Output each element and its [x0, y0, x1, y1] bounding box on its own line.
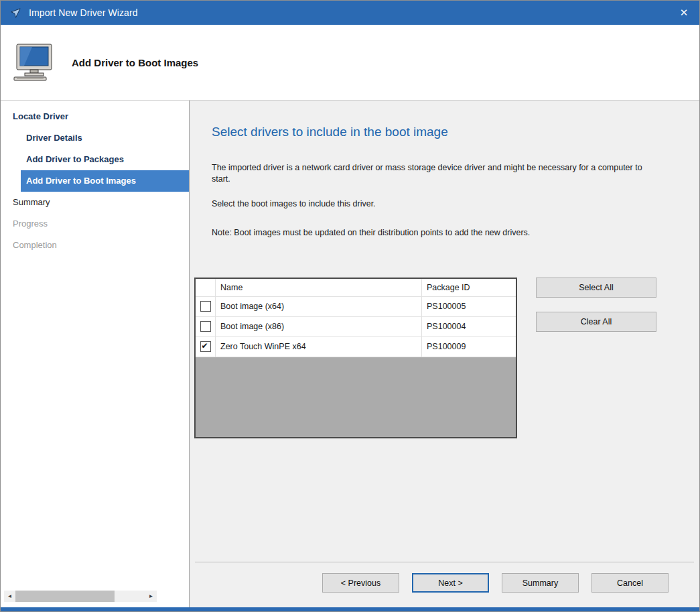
- wizard-header: Add Driver to Boot Images: [1, 25, 699, 101]
- checkbox-cell: [196, 317, 216, 337]
- cancel-button[interactable]: Cancel: [591, 573, 669, 593]
- boot-images-table: Name Package ID Boot image (x64) PS10000…: [194, 278, 517, 438]
- sidebar-item-driver-details[interactable]: Driver Details: [1, 127, 189, 149]
- row-checkbox[interactable]: [200, 321, 211, 332]
- content-heading: Select drivers to include in the boot im…: [212, 125, 699, 139]
- package-id: PS100005: [422, 297, 516, 317]
- checkbox-cell: [196, 337, 216, 357]
- instruction-paragraph: Select the boot images to include this d…: [212, 198, 647, 210]
- sidebar-item-summary[interactable]: Summary: [1, 192, 189, 213]
- titlebar: Import New Driver Wizard ✕: [1, 1, 699, 25]
- wizard-dart-icon: [9, 6, 22, 19]
- page-title: Add Driver to Boot Images: [72, 57, 198, 68]
- wizard-body: Locate Driver Driver Details Add Driver …: [1, 101, 699, 607]
- previous-button[interactable]: < Previous: [322, 573, 399, 593]
- table-row[interactable]: Zero Touch WinPE x64 PS100009: [196, 337, 516, 357]
- table-action-buttons: Select All Clear All: [536, 278, 656, 438]
- name-column-header: Name: [216, 279, 422, 297]
- sidebar-item-completion: Completion: [1, 235, 189, 256]
- boot-image-name: Boot image (x86): [216, 317, 422, 337]
- table-row[interactable]: Boot image (x64) PS100005: [196, 297, 516, 317]
- row-checkbox[interactable]: [200, 301, 211, 312]
- scrollbar-track[interactable]: [115, 591, 145, 602]
- next-button[interactable]: Next >: [412, 573, 489, 593]
- scroll-right-icon[interactable]: ►: [145, 591, 157, 602]
- package-id: PS100004: [422, 317, 516, 337]
- select-all-button[interactable]: Select All: [536, 278, 656, 298]
- wizard-main-panel: Select drivers to include in the boot im…: [190, 101, 699, 607]
- window-title: Import New Driver Wizard: [29, 7, 138, 18]
- wizard-steps-sidebar: Locate Driver Driver Details Add Driver …: [1, 101, 190, 607]
- computer-icon: [13, 43, 65, 82]
- scrollbar-thumb[interactable]: [15, 591, 115, 602]
- import-new-driver-wizard-window: Import New Driver Wizard ✕ Add Driver to…: [0, 0, 700, 612]
- sidebar-item-add-driver-to-boot-images[interactable]: Add Driver to Boot Images: [21, 170, 189, 192]
- package-id-column-header: Package ID: [422, 279, 516, 297]
- checkbox-cell: [196, 297, 216, 317]
- boot-image-name: Zero Touch WinPE x64: [216, 337, 422, 357]
- package-id: PS100009: [422, 337, 516, 357]
- boot-image-selection-area: Name Package ID Boot image (x64) PS10000…: [194, 278, 699, 438]
- close-icon: ✕: [680, 7, 689, 19]
- row-checkbox[interactable]: [200, 341, 211, 352]
- close-button[interactable]: ✕: [669, 1, 699, 25]
- checkbox-column-header: [196, 279, 216, 297]
- window-bottom-border: [1, 607, 699, 611]
- summary-button[interactable]: Summary: [502, 573, 579, 593]
- clear-all-button[interactable]: Clear All: [536, 312, 656, 332]
- sidebar-item-locate-driver[interactable]: Locate Driver: [1, 106, 189, 127]
- boot-image-name: Boot image (x64): [216, 297, 422, 317]
- sidebar-item-progress: Progress: [1, 213, 189, 235]
- table-row[interactable]: Boot image (x86) PS100004: [196, 317, 516, 337]
- table-header-row: Name Package ID: [196, 279, 516, 297]
- note-paragraph: Note: Boot images must be updated on the…: [212, 227, 647, 239]
- description-paragraph: The imported driver is a network card dr…: [212, 162, 647, 185]
- wizard-footer: < Previous Next > Summary Cancel: [195, 562, 694, 593]
- sidebar-item-add-driver-to-packages[interactable]: Add Driver to Packages: [1, 149, 189, 170]
- scroll-left-icon[interactable]: ◄: [4, 591, 15, 602]
- sidebar-horizontal-scrollbar[interactable]: ◄ ►: [4, 591, 157, 602]
